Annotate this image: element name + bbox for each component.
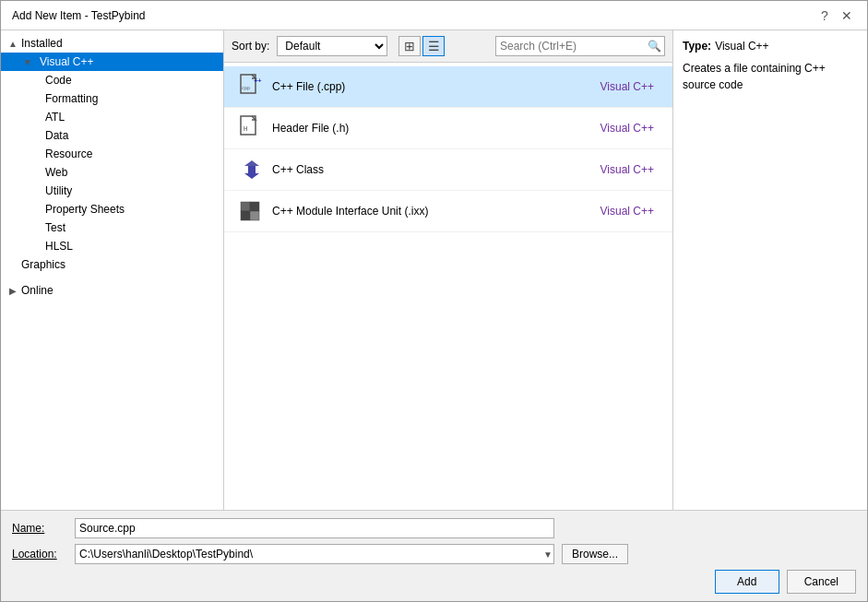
cancel-button[interactable]: Cancel: [787, 570, 856, 594]
sidebar-item-code[interactable]: Code: [1, 71, 223, 89]
sidebar-item-visual-cpp[interactable]: ▼ Visual C++: [1, 53, 223, 71]
sidebar-item-resource[interactable]: Resource: [1, 145, 223, 163]
sidebar-item-property-sheets[interactable]: Property Sheets: [1, 200, 223, 218]
info-type-line: Type: Visual C++: [683, 40, 858, 53]
header-file-icon: H: [235, 113, 265, 143]
svg-marker-9: [244, 166, 259, 179]
title-bar: Add New Item - TestPybind ? ✕: [1, 1, 867, 30]
module-interface-name: C++ Module Interface Unit (.ixx): [272, 205, 600, 218]
sidebar-installed-group[interactable]: ▲ Installed: [1, 34, 223, 53]
cpp-file-icon: cpp + +: [235, 72, 265, 101]
item-row-module-interface[interactable]: C++ Module Interface Unit (.ixx) Visual …: [224, 191, 672, 232]
sidebar-item-web[interactable]: Web: [1, 163, 223, 182]
cpp-class-icon: [235, 155, 265, 184]
search-input[interactable]: [496, 37, 644, 55]
sidebar-installed-label: Installed: [21, 37, 63, 50]
item-row-cpp-file[interactable]: cpp + + C++ File (.cpp) Visual C++: [224, 66, 672, 108]
sort-dropdown[interactable]: Default Name Type Date: [277, 36, 387, 56]
grid-view-button[interactable]: ⊞: [398, 36, 421, 56]
bottom-buttons: Add Cancel: [12, 570, 856, 594]
sidebar-online-group[interactable]: ▶ Online: [1, 281, 223, 300]
location-label: Location:: [12, 548, 67, 561]
sidebar-item-graphics[interactable]: Graphics: [1, 255, 223, 274]
cpp-class-name: C++ Class: [272, 163, 600, 176]
svg-rect-11: [250, 202, 259, 211]
grid-icon: ⊞: [404, 39, 415, 53]
list-icon: ☰: [428, 39, 440, 53]
module-interface-icon: [235, 196, 265, 226]
items-list: cpp + + C++ File (.cpp) Visual C++: [224, 63, 672, 510]
sidebar-item-hlsl[interactable]: HLSL: [1, 237, 223, 255]
name-input[interactable]: [75, 518, 554, 538]
sort-label: Sort by:: [232, 40, 269, 53]
svg-rect-13: [250, 211, 259, 220]
toolbar: Sort by: Default Name Type Date ⊞ ☰: [224, 30, 672, 63]
location-combo-wrapper: C:\Users\hanli\Desktop\TestPybind\ ▼: [75, 544, 554, 564]
info-description: Creates a file containing C++ source cod…: [683, 60, 858, 93]
info-type-label: Type:: [683, 40, 711, 53]
installed-expand-icon: ▲: [6, 37, 19, 50]
search-button[interactable]: 🔍: [644, 36, 664, 56]
item-row-header-file[interactable]: H Header File (.h) Visual C++: [224, 108, 672, 149]
location-dropdown[interactable]: C:\Users\hanli\Desktop\TestPybind\: [75, 544, 554, 564]
add-button[interactable]: Add: [715, 570, 779, 594]
view-buttons: ⊞ ☰: [398, 36, 445, 56]
name-label: Name:: [12, 522, 67, 535]
sidebar-item-test[interactable]: Test: [1, 218, 223, 237]
info-type-value: Visual C++: [715, 40, 768, 53]
svg-rect-12: [241, 211, 250, 220]
dialog: Add New Item - TestPybind ? ✕ ▲ Installe…: [0, 0, 868, 602]
sidebar-item-data[interactable]: Data: [1, 126, 223, 145]
name-field-row: Name:: [12, 518, 856, 538]
sidebar-visual-cpp-label: Visual C++: [40, 55, 93, 68]
visual-cpp-expand-icon: ▼: [21, 55, 34, 68]
sidebar-item-atl[interactable]: ATL: [1, 108, 223, 126]
center-panel: Sort by: Default Name Type Date ⊞ ☰: [224, 30, 673, 510]
cpp-file-name: C++ File (.cpp): [272, 80, 600, 93]
sidebar-online-label: Online: [21, 284, 54, 297]
header-file-name: Header File (.h): [272, 122, 600, 135]
sidebar-item-formatting[interactable]: Formatting: [1, 89, 223, 108]
browse-button[interactable]: Browse...: [562, 544, 628, 564]
search-icon: 🔍: [648, 40, 661, 53]
cpp-class-category: Visual C++: [600, 163, 654, 176]
online-expand-icon: ▶: [6, 284, 19, 297]
search-container: 🔍: [495, 36, 665, 56]
info-panel: Type: Visual C++ Creates a file containi…: [673, 30, 867, 510]
svg-text:+: +: [257, 77, 262, 85]
title-bar-buttons: ? ✕: [815, 6, 856, 25]
close-button[interactable]: ✕: [838, 6, 856, 25]
item-row-cpp-class[interactable]: C++ Class Visual C++: [224, 149, 672, 191]
main-content: ▲ Installed ▼ Visual C++ Code Formatting…: [1, 30, 867, 510]
list-view-button[interactable]: ☰: [422, 36, 445, 56]
cpp-file-category: Visual C++: [600, 80, 654, 93]
bottom-bar: Name: Location: C:\Users\hanli\Desktop\T…: [1, 510, 867, 601]
header-file-category: Visual C++: [600, 122, 654, 135]
sidebar: ▲ Installed ▼ Visual C++ Code Formatting…: [1, 30, 224, 510]
svg-rect-10: [241, 202, 250, 211]
svg-text:cpp: cpp: [242, 85, 250, 91]
svg-text:H: H: [244, 125, 247, 133]
sidebar-item-utility[interactable]: Utility: [1, 182, 223, 200]
help-button[interactable]: ?: [815, 6, 834, 25]
dialog-title: Add New Item - TestPybind: [12, 9, 146, 22]
location-field-row: Location: C:\Users\hanli\Desktop\TestPyb…: [12, 544, 856, 564]
module-interface-category: Visual C++: [600, 205, 654, 218]
